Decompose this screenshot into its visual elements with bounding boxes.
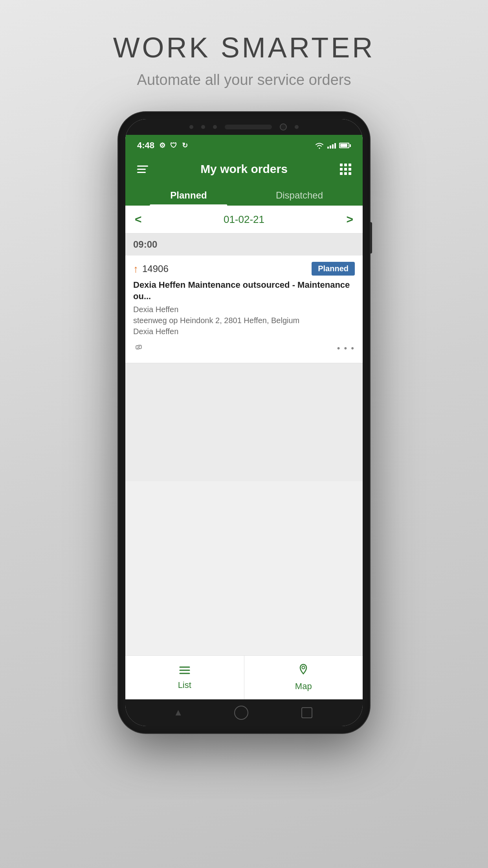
- status-right: [315, 142, 351, 149]
- notch-dot-1: [189, 125, 193, 129]
- content-area: 09:00 ↑ 14906 Planned Dexia Heffen Maint…: [125, 234, 363, 655]
- app-title: My work orders: [200, 162, 288, 176]
- battery-icon: [339, 143, 351, 148]
- card-id-row: ↑ 14906: [133, 263, 169, 274]
- current-date: 01-02-21: [224, 213, 264, 226]
- notch-dot-3: [213, 125, 217, 129]
- tab-dispatched[interactable]: Dispatched: [244, 184, 355, 206]
- page-subheadline: Automate all your service orders: [113, 72, 375, 88]
- next-date-button[interactable]: >: [346, 213, 353, 226]
- phone-frame: 4:48 ⚙ 🛡 ↻: [118, 112, 370, 733]
- nav-map-button[interactable]: Map: [244, 656, 363, 699]
- page-headline: WORK SMARTER: [113, 31, 375, 64]
- notch-dot-2: [201, 125, 205, 129]
- order-title: Dexia Heffen Maintenance outsourced - Ma…: [133, 280, 355, 302]
- nav-map-label: Map: [295, 681, 312, 691]
- link-icon[interactable]: [133, 342, 144, 355]
- order-id: 14906: [142, 263, 169, 274]
- tab-planned[interactable]: Planned: [133, 184, 244, 206]
- speaker-grille: [225, 125, 272, 129]
- status-bar: 4:48 ⚙ 🛡 ↻: [125, 135, 363, 154]
- svg-point-3: [302, 666, 305, 669]
- status-left: 4:48 ⚙ 🛡 ↻: [137, 140, 188, 151]
- work-order-card[interactable]: ↑ 14906 Planned Dexia Heffen Maintenance…: [125, 256, 363, 363]
- app-header: My work orders: [125, 154, 363, 206]
- back-button[interactable]: [176, 710, 181, 715]
- notch-area: [125, 119, 363, 135]
- status-time: 4:48: [137, 140, 154, 151]
- page-container: WORK SMARTER Automate all your service o…: [0, 0, 488, 868]
- wifi-icon: [315, 142, 324, 149]
- map-icon: [298, 664, 309, 679]
- notch-dot-4: [295, 125, 299, 129]
- recents-button[interactable]: [301, 707, 312, 718]
- tabs-bar: Planned Dispatched: [125, 184, 363, 206]
- order-client: Dexia Heffen: [133, 327, 355, 336]
- order-address: steenweg op Heindonk 2, 2801 Heffen, Bel…: [133, 316, 355, 325]
- phone-screen: 4:48 ⚙ 🛡 ↻: [125, 119, 363, 726]
- shield-icon: 🛡: [170, 142, 177, 150]
- nav-list-label: List: [178, 680, 191, 690]
- date-navigator: < 01-02-21 >: [125, 206, 363, 234]
- card-header: ↑ 14906 Planned: [133, 262, 355, 276]
- prev-date-button[interactable]: <: [135, 213, 142, 226]
- grid-menu-button[interactable]: [340, 164, 351, 175]
- page-header: WORK SMARTER Automate all your service o…: [113, 31, 375, 88]
- gear-icon: ⚙: [159, 141, 165, 150]
- order-company: Dexia Heffen: [133, 305, 355, 314]
- app-toolbar: My work orders: [125, 154, 363, 184]
- status-badge: Planned: [312, 262, 355, 276]
- more-options-button[interactable]: • • •: [337, 343, 355, 353]
- home-bar: [125, 699, 363, 726]
- bottom-nav: List Map: [125, 655, 363, 699]
- nav-list-button[interactable]: List: [125, 656, 244, 699]
- signal-icon: [327, 142, 336, 149]
- hamburger-menu-button[interactable]: [137, 166, 148, 173]
- sync-icon: ↻: [182, 141, 188, 150]
- empty-content-area: [125, 363, 363, 481]
- time-label: 09:00: [125, 234, 363, 256]
- list-icon: [178, 665, 191, 678]
- home-button[interactable]: [234, 706, 248, 720]
- priority-icon: ↑: [133, 264, 138, 274]
- card-footer: • • •: [133, 342, 355, 355]
- front-camera: [280, 123, 287, 131]
